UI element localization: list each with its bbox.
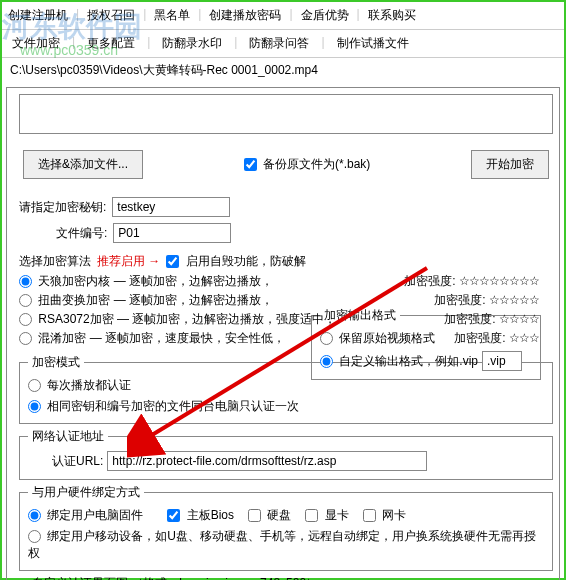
tab-create-password[interactable]: 创建播放密码 bbox=[203, 4, 287, 27]
select-file-button[interactable]: 选择&添加文件... bbox=[23, 150, 143, 179]
radio-auth-samekey[interactable]: 相同密钥和编号加密的文件同台电脑只认证一次 bbox=[28, 398, 299, 415]
tab-more-config[interactable]: 更多配置 bbox=[77, 32, 145, 55]
tab-recall[interactable]: 授权召回 bbox=[81, 4, 141, 27]
algo-radio-2[interactable]: 扭曲变换加密 — 逐帧加密，边解密边播放， bbox=[19, 292, 273, 309]
tab-watermark[interactable]: 防翻录水印 bbox=[152, 32, 232, 55]
custom-ui-group: 自定义认证界面图 （格式：bmp,jpg,jpeg，748x500） 认证界面图… bbox=[19, 575, 553, 580]
cb-harddisk[interactable]: 硬盘 bbox=[248, 507, 291, 524]
tab-trial[interactable]: 制作试播文件 bbox=[327, 32, 419, 55]
auth-url-label: 认证URL: bbox=[52, 453, 103, 470]
tab-advantage[interactable]: 金盾优势 bbox=[295, 4, 355, 27]
algo-radio-4[interactable]: 混淆加密 — 逐帧加密，速度最快，安全性低， bbox=[19, 330, 285, 347]
cb-netcard[interactable]: 网卡 bbox=[363, 507, 406, 524]
backup-checkbox[interactable]: 备份原文件为(*.bak) bbox=[244, 156, 371, 173]
auth-mode-legend: 加密模式 bbox=[28, 354, 84, 371]
tab-file-encrypt[interactable]: 文件加密 bbox=[2, 32, 70, 55]
custom-format-input[interactable] bbox=[482, 351, 522, 371]
radio-custom-format[interactable]: 自定义输出格式，例如.vip bbox=[320, 353, 478, 370]
tab-blacklist[interactable]: 黑名单 bbox=[148, 4, 196, 27]
algo-radio-3[interactable]: RSA3072加密 — 逐帧加密，边解密边播放，强度适中， bbox=[19, 311, 336, 328]
file-path: C:\Users\pc0359\Videos\大黄蜂转码-Rec 0001_00… bbox=[2, 58, 564, 83]
radio-bind-pc[interactable]: 绑定用户电脑固件 bbox=[28, 507, 143, 524]
key-label: 请指定加密秘钥: bbox=[19, 199, 106, 216]
radio-bind-mobile[interactable]: 绑定用户移动设备，如U盘、移动硬盘、手机等，远程自动绑定，用户换系统换硬件无需再… bbox=[28, 528, 544, 562]
algo-title: 选择加密算法 bbox=[19, 253, 91, 270]
auth-url-input[interactable] bbox=[107, 451, 427, 471]
file-list-box bbox=[19, 94, 553, 134]
hw-bind-legend: 与用户硬件绑定方式 bbox=[28, 484, 144, 501]
tab-contact[interactable]: 联系购买 bbox=[362, 4, 422, 27]
tab-qa[interactable]: 防翻录问答 bbox=[239, 32, 319, 55]
net-auth-legend: 网络认证地址 bbox=[28, 428, 108, 445]
second-tabs: 文件加密| 更多配置| 防翻录水印| 防翻录问答| 制作试播文件 bbox=[2, 30, 564, 58]
fileid-label: 文件编号: bbox=[56, 225, 107, 242]
key-input[interactable] bbox=[112, 197, 230, 217]
hw-bind-group: 与用户硬件绑定方式 绑定用户电脑固件 主板Bios 硬盘 显卡 网卡 绑定用户移… bbox=[19, 484, 553, 571]
self-destroy-checkbox[interactable]: 启用自毁功能，防破解 bbox=[166, 253, 305, 270]
recommend-label: 推荐启用 → bbox=[97, 253, 160, 270]
custom-ui-legend: 自定义认证界面图 （格式：bmp,jpg,jpeg，748x500） bbox=[28, 575, 322, 580]
radio-auth-each[interactable]: 每次播放都认证 bbox=[28, 377, 131, 394]
fileid-input[interactable] bbox=[113, 223, 231, 243]
start-encrypt-button[interactable]: 开始加密 bbox=[471, 150, 549, 179]
top-tabs: 创建注册机| 授权召回| 黑名单| 创建播放密码| 金盾优势| 联系购买 bbox=[2, 2, 564, 30]
algo-radio-1[interactable]: 天狼加密内核 — 逐帧加密，边解密边播放， bbox=[19, 273, 273, 290]
cb-gpu[interactable]: 显卡 bbox=[305, 507, 348, 524]
tab-register[interactable]: 创建注册机 bbox=[2, 4, 74, 27]
net-auth-group: 网络认证地址 认证URL: bbox=[19, 428, 553, 480]
cb-mainboard[interactable]: 主板Bios bbox=[167, 507, 234, 524]
